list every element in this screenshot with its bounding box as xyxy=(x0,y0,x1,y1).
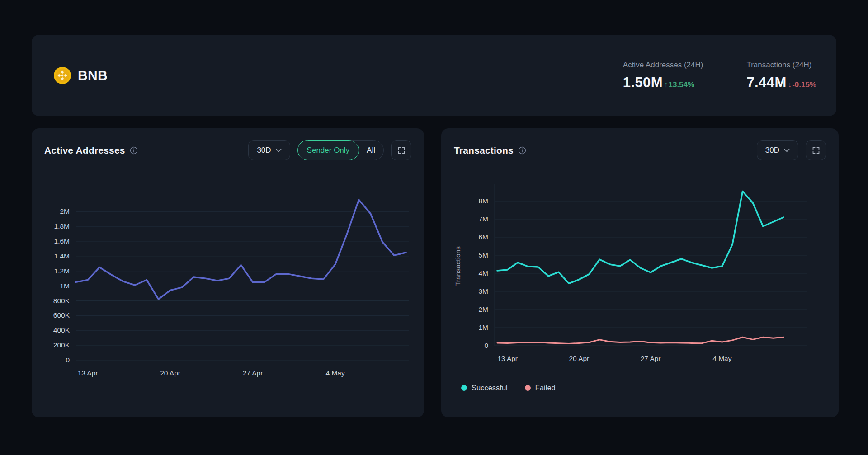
svg-text:0: 0 xyxy=(484,342,488,349)
up-arrow-icon: ↑ xyxy=(664,80,668,89)
sender-toggle-group: Sender Only All xyxy=(297,140,384,160)
info-icon[interactable] xyxy=(130,146,138,155)
svg-text:4M: 4M xyxy=(478,269,488,277)
svg-text:600K: 600K xyxy=(53,311,70,319)
charts-row: Active Addresses 30D Se xyxy=(32,128,836,417)
toggle-sender-only[interactable]: Sender Only xyxy=(297,140,359,160)
svg-text:3M: 3M xyxy=(478,287,488,295)
dashboard-page: BNB Active Addresses (24H) 1.50M ↑13.54%… xyxy=(0,0,868,455)
stat-change: ↑13.54% xyxy=(664,80,694,89)
transactions-chart[interactable]: 01M2M3M4M5M6M7M8M13 Apr20 Apr27 Apr4 May… xyxy=(454,177,826,366)
fullscreen-button[interactable] xyxy=(806,140,826,160)
svg-text:13 Apr: 13 Apr xyxy=(497,355,518,362)
legend-label: Successful xyxy=(472,384,508,392)
svg-text:0: 0 xyxy=(66,356,70,364)
svg-text:1.6M: 1.6M xyxy=(54,237,70,245)
stat-value: 7.44M xyxy=(746,75,786,91)
header-stats: Active Addresses (24H) 1.50M ↑13.54% Tra… xyxy=(623,61,816,91)
stat-active-addresses-24h: Active Addresses (24H) 1.50M ↑13.54% xyxy=(623,61,703,91)
svg-text:4 May: 4 May xyxy=(326,369,344,377)
chevron-down-icon xyxy=(784,149,790,152)
range-selector-value: 30D xyxy=(257,146,271,155)
stat-label: Transactions (24H) xyxy=(746,61,816,70)
svg-text:1.2M: 1.2M xyxy=(54,267,70,275)
coin-name: BNB xyxy=(78,68,108,83)
info-icon[interactable] xyxy=(518,146,526,155)
stat-transactions-24h: Transactions (24H) 7.44M ↓-0.15% xyxy=(746,61,816,91)
coin-header-card: BNB Active Addresses (24H) 1.50M ↑13.54%… xyxy=(32,35,836,116)
range-selector-value: 30D xyxy=(765,146,779,155)
svg-text:1M: 1M xyxy=(478,324,488,331)
fullscreen-button[interactable] xyxy=(391,140,411,160)
active-addresses-card: Active Addresses 30D Se xyxy=(32,128,424,417)
bnb-coin-icon xyxy=(53,66,71,84)
svg-text:200K: 200K xyxy=(53,341,70,349)
svg-text:400K: 400K xyxy=(53,326,70,334)
failed-dot-icon xyxy=(525,385,531,391)
svg-text:20 Apr: 20 Apr xyxy=(569,355,589,362)
svg-text:6M: 6M xyxy=(478,233,488,241)
active-addresses-title: Active Addresses xyxy=(44,145,125,156)
stat-change-percent: -0.15% xyxy=(792,80,816,89)
range-selector-button[interactable]: 30D xyxy=(248,140,290,160)
toggle-all[interactable]: All xyxy=(359,146,383,155)
stat-value: 1.50M xyxy=(623,75,663,91)
legend-item-failed[interactable]: Failed xyxy=(525,384,556,392)
svg-text:13 Apr: 13 Apr xyxy=(78,369,98,377)
stat-change-percent: 13.54% xyxy=(668,80,694,89)
svg-text:27 Apr: 27 Apr xyxy=(641,355,661,362)
svg-text:Transactions: Transactions xyxy=(454,246,462,286)
chart-legend: Successful Failed xyxy=(461,384,826,392)
transactions-title: Transactions xyxy=(454,145,514,156)
legend-label: Failed xyxy=(535,384,556,392)
legend-item-successful[interactable]: Successful xyxy=(461,384,508,392)
stat-change: ↓-0.15% xyxy=(788,80,816,89)
svg-text:1.8M: 1.8M xyxy=(54,222,70,230)
svg-text:2M: 2M xyxy=(60,207,70,215)
svg-text:8M: 8M xyxy=(478,197,488,205)
stat-label: Active Addresses (24H) xyxy=(623,61,703,70)
successful-dot-icon xyxy=(461,385,467,391)
range-selector-button[interactable]: 30D xyxy=(757,140,798,160)
coin-block: BNB xyxy=(53,66,108,84)
svg-text:5M: 5M xyxy=(478,251,488,259)
svg-text:4 May: 4 May xyxy=(712,355,731,362)
transactions-card: Transactions 30D xyxy=(441,128,839,417)
svg-text:800K: 800K xyxy=(53,297,70,305)
down-arrow-icon: ↓ xyxy=(788,80,792,89)
svg-text:2M: 2M xyxy=(478,305,488,313)
svg-text:20 Apr: 20 Apr xyxy=(160,369,180,377)
expand-corners-icon xyxy=(812,146,820,155)
svg-text:1.4M: 1.4M xyxy=(54,252,70,260)
svg-text:1M: 1M xyxy=(60,282,70,290)
svg-text:7M: 7M xyxy=(478,215,488,223)
active-addresses-chart[interactable]: 0200K400K600K800K1M1.2M1.4M1.6M1.8M2M13 … xyxy=(44,177,411,382)
svg-text:27 Apr: 27 Apr xyxy=(243,369,263,377)
chevron-down-icon xyxy=(276,149,282,152)
expand-corners-icon xyxy=(397,146,406,155)
